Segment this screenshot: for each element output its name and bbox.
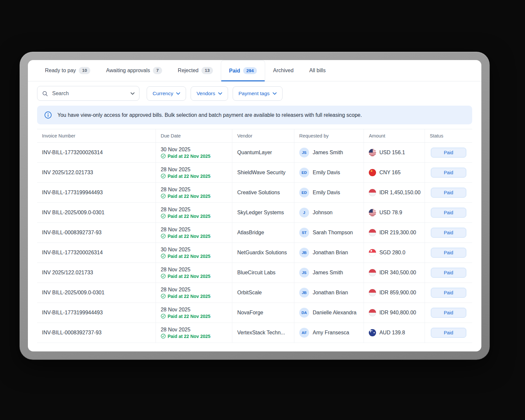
vendor-name: AtlasBridge xyxy=(232,223,294,242)
status-badge[interactable]: Paid xyxy=(431,268,466,278)
table-row[interactable]: INV BILL-2025/009.0-0301 28 Nov 2025 Pai… xyxy=(37,203,472,223)
table-row[interactable]: INV-BILL-1773199944493 28 Nov 2025 Paid … xyxy=(37,183,472,203)
status-badge[interactable]: Paid xyxy=(431,188,466,198)
tab[interactable]: Awaiting approvals 7 xyxy=(98,60,170,81)
requester-name: Emily Davis xyxy=(313,170,340,176)
invoice-number: INV-BILL-1773200026314 xyxy=(37,243,156,262)
invoice-number: INV BILL-2025/009.0-0301 xyxy=(37,283,156,303)
status-badge[interactable]: Paid xyxy=(431,208,466,218)
due-date: 28 Nov 2025 xyxy=(161,307,191,313)
status-badge[interactable]: Paid xyxy=(431,308,466,318)
status-badge[interactable]: Paid xyxy=(431,228,466,238)
due-date: 28 Nov 2025 xyxy=(161,267,191,273)
chevron-down-icon xyxy=(176,92,180,95)
status-cell: Paid xyxy=(425,143,472,162)
filter-dropdown-label: Currency xyxy=(153,91,173,96)
table-row[interactable]: INV-BILL-1773200026314 30 Nov 2025 Paid … xyxy=(37,243,472,263)
requester-name: Sarah Thompson xyxy=(313,230,353,236)
column-header: Amount xyxy=(364,129,425,142)
due-date-cell: 28 Nov 2025 Paid at 22 Nov 2025 xyxy=(156,303,232,323)
requester-name: Amy Fransesca xyxy=(313,330,349,336)
filter-dropdown[interactable]: Currency xyxy=(147,86,186,101)
due-date-cell: 28 Nov 2025 Paid at 22 Nov 2025 xyxy=(156,323,232,343)
search-box[interactable] xyxy=(37,86,139,101)
filter-toolbar: Currency Vendors Payment tags xyxy=(28,81,481,101)
avatar: ED xyxy=(299,188,309,198)
requester-name: James Smith xyxy=(313,150,343,156)
amount: IDR 219,300.00 xyxy=(379,230,416,236)
table-row[interactable]: INV-BILL-0008392737-93 28 Nov 2025 Paid … xyxy=(37,223,472,243)
amount: IDR 859,900.00 xyxy=(379,290,416,296)
country-flag-icon xyxy=(369,329,376,336)
amount-cell: IDR 340,500.00 xyxy=(364,263,425,283)
table-row[interactable]: INV-BILL-1773200026314 30 Nov 2025 Paid … xyxy=(37,143,472,163)
status-cell: Paid xyxy=(425,203,472,222)
device-frame: Ready to pay 10 Awaiting approvals 7 Rej… xyxy=(20,52,490,360)
status-badge[interactable]: Paid xyxy=(431,168,466,178)
vendor-name: NetGuardix Solutions xyxy=(232,243,294,262)
amount: CNY 165 xyxy=(379,170,401,176)
vendor-name: BlueCircuit Labs xyxy=(232,263,294,283)
tab-label: Rejected xyxy=(178,68,199,74)
country-flag-icon xyxy=(369,209,376,216)
country-flag-icon xyxy=(369,229,376,236)
table-row[interactable]: INV-BILL-0008392737-93 28 Nov 2025 Paid … xyxy=(37,323,472,343)
tab[interactable]: Ready to pay 10 xyxy=(37,60,98,81)
country-flag-icon xyxy=(369,249,376,256)
status-badge[interactable]: Paid xyxy=(431,248,466,258)
tab[interactable]: Rejected 13 xyxy=(170,60,221,81)
paid-check-icon xyxy=(161,254,166,259)
table-row[interactable]: INV-BILL-1773199944493 28 Nov 2025 Paid … xyxy=(37,303,472,323)
tab[interactable]: All bills xyxy=(302,60,334,81)
amount: IDR 340,500.00 xyxy=(379,270,416,276)
tab-count-badge: 10 xyxy=(79,67,90,74)
table-row[interactable]: INV 2025/122.021733 28 Nov 2025 Paid at … xyxy=(37,263,472,283)
amount-cell: AUD 139.8 xyxy=(364,323,425,343)
requested-by-cell: AF Amy Fransesca xyxy=(294,323,364,343)
requester-name: Jonathan Brian xyxy=(313,290,348,296)
tab-count-badge: 13 xyxy=(201,67,213,74)
paid-check-icon xyxy=(161,154,166,158)
avatar: DA xyxy=(299,308,309,318)
avatar: J xyxy=(299,208,309,218)
status-badge[interactable]: Paid xyxy=(431,328,466,338)
tab[interactable]: Paid 294 xyxy=(221,60,265,81)
tab[interactable]: Archived xyxy=(265,60,301,81)
amount-cell: IDR 1,450,150.00 xyxy=(364,183,425,202)
paid-note: Paid at 22 Nov 2025 xyxy=(161,154,211,159)
search-icon xyxy=(42,91,48,96)
status-badge[interactable]: Paid xyxy=(431,288,466,298)
due-date: 28 Nov 2025 xyxy=(161,227,191,233)
invoice-number: INV 2025/122.021733 xyxy=(37,163,156,182)
paid-check-icon xyxy=(161,214,166,219)
requester-name: Danielle Alexandra xyxy=(313,310,356,316)
vendor-name: OrbitScale xyxy=(232,283,294,303)
paid-note-text: Paid at 22 Nov 2025 xyxy=(168,274,211,279)
chevron-down-icon[interactable] xyxy=(131,92,135,95)
status-badge[interactable]: Paid xyxy=(431,148,466,158)
chevron-down-icon xyxy=(218,92,222,95)
avatar: JS xyxy=(299,268,309,278)
table-row[interactable]: INV BILL-2025/009.0-0301 28 Nov 2025 Pai… xyxy=(37,283,472,303)
due-date-cell: 30 Nov 2025 Paid at 22 Nov 2025 xyxy=(156,143,232,162)
status-cell: Paid xyxy=(425,323,472,343)
vendor-name: QuantumLayer xyxy=(232,143,294,162)
requested-by-cell: JS James Smith xyxy=(294,143,364,162)
filter-dropdown[interactable]: Vendors xyxy=(191,86,228,101)
avatar: JS xyxy=(299,148,309,158)
tab-label: Archived xyxy=(273,68,293,74)
vendor-name: SkyLedger Systems xyxy=(232,203,294,222)
due-date: 30 Nov 2025 xyxy=(161,247,191,253)
requested-by-cell: JB Jonathan Brian xyxy=(294,283,364,303)
requested-by-cell: ST Sarah Thompson xyxy=(294,223,364,242)
requester-name: James Smith xyxy=(313,270,343,276)
amount: USD 156.1 xyxy=(379,150,405,156)
paid-note: Paid at 22 Nov 2025 xyxy=(161,314,211,319)
status-cell: Paid xyxy=(425,243,472,262)
table-row[interactable]: INV 2025/122.021733 28 Nov 2025 Paid at … xyxy=(37,163,472,183)
filter-dropdown[interactable]: Payment tags xyxy=(233,86,283,101)
search-input[interactable] xyxy=(52,90,127,97)
tab-label: Paid xyxy=(229,68,240,74)
paid-note: Paid at 22 Nov 2025 xyxy=(161,294,211,299)
amount-cell: IDR 859,900.00 xyxy=(364,283,425,303)
